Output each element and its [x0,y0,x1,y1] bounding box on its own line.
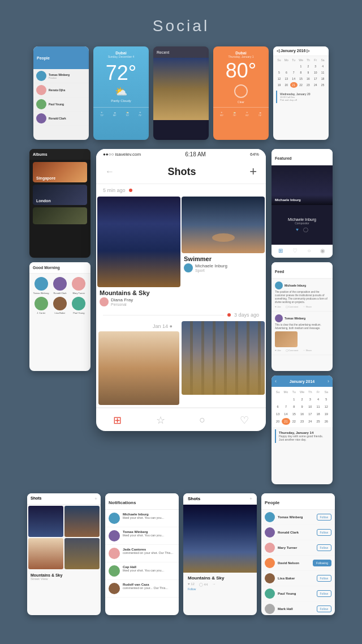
timestamp-dot [129,189,132,192]
contact-name: Ronald Clark [53,292,66,295]
dubai-temp: 80° [213,59,269,82]
shots-title: Shots [168,166,196,178]
album-cover [33,207,87,224]
like-icon[interactable]: ♥ [296,227,299,232]
shot-mini-city[interactable] [64,538,100,569]
screen-contacts: Good Morning Tomas Winberg Ronald Clark … [29,262,90,371]
main-content: 5 min ago Mountains & Sky Diana Fray [96,184,266,405]
plus-icon[interactable]: + [249,496,252,501]
search-tab-icon[interactable]: ○ [307,248,311,254]
avatar [265,604,275,614]
shot-caption: Swimmer Michaele Inburg Sport [182,253,265,275]
heart-tab[interactable]: ♡ [240,414,249,427]
share-action[interactable]: → Share [303,305,312,308]
add-icon[interactable]: + [249,164,257,179]
follow-button[interactable]: Follow [317,529,331,536]
divider-row: 3 days ago [96,309,266,321]
screen-calendar: ◁ January 2016 ▷ Su Mo Tu We Th Fr Sa 1 [273,46,329,140]
follow-button[interactable]: Follow [317,605,331,612]
star-tab[interactable]: ☆ [156,414,165,427]
album-name: Singapore [36,176,55,180]
author-name: Diana Fray [111,297,133,302]
album-london: London [33,185,87,205]
like-action[interactable]: ♥ Like [275,349,281,352]
city-photo [153,58,209,120]
comment-action[interactable]: ◯ Comment [286,349,298,352]
shots-b-title: Shots [188,496,200,501]
shot-caption: Mountains & Sky Diana Fray Personal [97,287,180,309]
people-item: Paul Young Follow [261,586,335,602]
shot-title: Swimmer [184,255,262,262]
share-action[interactable]: → Share [303,349,312,352]
user-tab-icon[interactable]: ◉ [320,248,325,254]
follow-button[interactable]: Following [313,560,331,566]
mountain-image [97,197,180,287]
album-item[interactable] [33,207,87,224]
notification-item: Tomas Winberg liked your shot. You can y… [105,527,179,545]
event-text2: Just another nice day. [279,438,326,441]
contact-item: Mary Turner [71,277,87,295]
follow-button[interactable]: Follow [317,544,331,551]
feed-item: Tomas Winberg This is clear that the adv… [272,312,333,355]
contact-item: Ronald Clark [51,277,68,295]
shot-title-text: Mountains & Sky [188,575,252,581]
notif-text: liked your shot. You can you... [123,569,175,573]
girl-image [98,331,179,405]
screen-shots-bottom-center: Shots + Mountains & Sky ♥ 12 ◯ 44 → Foll… [183,493,257,615]
plus-icon[interactable]: + [94,496,97,501]
screen-weather-orange: Dubai Thursday, January 1 80° Clear ☀ 80… [213,46,269,140]
back-icon[interactable]: ← [105,167,114,177]
shot-caption-title: Mountains & Sky [31,573,97,577]
profile-item: Tomas Winberg Position [33,69,89,83]
share-icon[interactable]: → [212,582,216,586]
avatar [109,513,120,524]
comment-icon[interactable]: ◯ [303,227,308,232]
featured-title: Featured [275,156,292,160]
avatar [265,543,275,553]
contacts-title: Good Morning [33,266,87,270]
featured-tab-bar: ⊞ ♡ ○ ◉ [272,245,333,256]
next-month[interactable]: › [327,378,329,384]
mountain-photo [183,505,257,573]
featured-photo: Michaele Inburg [272,165,333,205]
heart-tab-icon[interactable]: ♡ [292,248,298,254]
shot-caption-sub: Street View [31,577,97,581]
like-action[interactable]: ♥ Like [275,305,281,308]
shot-mini-mountain[interactable] [28,506,63,537]
album-item[interactable]: London [33,185,87,205]
featured-dark: Michaele Inburg Compositor ♥ ◯ [272,205,333,245]
grid-tab[interactable]: ⊞ [113,414,122,427]
shot-swimmer[interactable]: Swimmer Michaele Inburg Sport [182,197,265,309]
carrier-text: ●●○○ isavelev.com [103,152,141,157]
comment-action[interactable]: ◯ Comment [286,305,298,308]
shot-buildings[interactable] [182,321,265,405]
people-header: People [33,46,89,69]
follow-button[interactable]: Follow [317,514,331,521]
shot-girl[interactable]: Jan 14 ● [97,321,180,405]
calendar-month: January 2014 [290,379,314,383]
weather-city: Dubai [97,51,145,55]
follow-button[interactable]: Follow [317,575,331,582]
avatar [275,282,283,289]
follow-btn[interactable]: Follow [188,587,252,591]
shot-mini-girl[interactable] [28,538,63,569]
person-name: Ronald Clark [278,531,314,534]
prev-month[interactable]: ‹ [275,378,277,384]
contact-item: Paul Young [71,297,87,314]
person-name: Paul Young [278,592,314,595]
search-tab[interactable]: ○ [199,414,205,427]
people-item: Mark Hall Follow [261,602,335,615]
shots-mini-grid [27,505,101,570]
albums-title: Albums [33,152,48,156]
shot-mountain[interactable]: Mountains & Sky Diana Fray Personal [97,197,180,309]
screen-albums: Albums Singapore London [29,149,90,258]
grid-tab-icon[interactable]: ⊞ [278,248,283,254]
shots-title: Shots [31,496,41,501]
shot-mini-swimmer[interactable] [64,506,100,537]
follow-button[interactable]: Follow [317,590,331,597]
album-item[interactable]: Singapore [33,162,87,182]
weather-day-temp: 72° [100,114,104,117]
profile-sub: Position [49,76,86,79]
avatar [36,85,46,95]
contact-name: J. Carter [37,312,45,314]
